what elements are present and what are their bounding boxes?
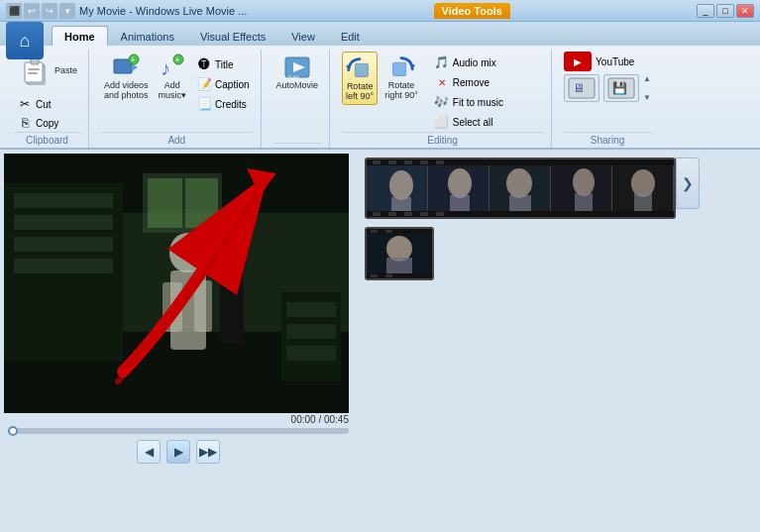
add-videos-icon: + [112,53,140,81]
youtube-label: YouTube [596,56,634,67]
sprocket-hole [388,160,396,164]
audio-mix-label: Audio mix [453,57,496,68]
clipboard-buttons: Paste ✂ Cut ⎘ Copy [14,50,80,132]
share-option-1[interactable]: 🖥 [564,74,599,102]
automovie-button[interactable]: Auto AutoMovie [273,52,322,93]
sprocket-hole [420,160,428,164]
film-frame-3[interactable] [489,165,551,211]
svg-text:♪: ♪ [161,57,170,79]
remove-icon: ✕ [434,74,450,90]
sharing-scroll[interactable]: ▲ ▼ [643,74,651,102]
arrow-overlay [4,154,349,413]
remove-label: Remove [453,77,489,88]
sprocket-hole [371,230,378,233]
svg-rect-18 [393,62,406,75]
select-all-button[interactable]: ⬜ Select all [431,113,506,131]
editing-label: Editing [342,132,543,148]
scrubber-handle[interactable] [8,426,18,436]
caption-label: Caption [215,79,249,90]
add-label: Add [101,132,253,148]
svg-point-55 [573,168,595,196]
sharing-group: YouTube 🖥 💾 ▲ ▼ Sharing [556,50,659,148]
home-icon: ⌂ [20,31,31,52]
preview-panel: 00:00 / 00:45 ◀ ▶ ▶▶ [0,150,357,532]
main-film-strip: ❯ [365,158,700,219]
title-button[interactable]: 🅣 Title [193,55,252,73]
svg-marker-17 [409,64,415,69]
tab-edit[interactable]: Edit [328,26,373,46]
film-strip-next-button[interactable]: ❯ [676,158,700,209]
film-frames [365,158,676,219]
scrubber[interactable] [4,426,353,436]
video-canvas [4,154,349,413]
rotate-right-icon [387,53,415,81]
add-music-button[interactable]: ♪+ Addmusic▾ [156,52,190,103]
sprocket-hole [404,160,412,164]
credits-button[interactable]: 📃 Credits [193,95,252,113]
cut-button[interactable]: ✂ Cut [14,95,61,113]
maximize-button[interactable]: □ [716,4,734,18]
fit-to-music-button[interactable]: 🎶 Fit to music [431,93,506,111]
film-frame-2[interactable] [428,165,489,211]
title-icon-1: ⬛ [6,3,22,19]
svg-point-52 [506,168,532,198]
film-strip-row: ❯ [365,158,752,219]
sprocket-hole [385,230,392,233]
title-bar-left: ⬛ ↩ ↪ ▾ My Movie - Windows Live Movie ..… [6,3,247,19]
forward-button[interactable]: ▶▶ [196,440,220,464]
automovie-buttons: Auto AutoMovie [273,50,322,143]
svg-marker-15 [346,65,352,70]
ribbon-content: Paste ✂ Cut ⎘ Copy Clipboard [0,46,760,148]
rotate-left-button[interactable]: Rotateleft 90° [342,52,378,105]
add-group: + Add videosand photos ♪+ Addmusic▾ 🅣 Ti… [93,50,262,148]
svg-point-46 [389,170,413,200]
clipboard-group: Paste ✂ Cut ⎘ Copy Clipboard [6,50,89,148]
rotate-right-button[interactable]: Rotateright 90° [381,52,421,103]
small-strip-row [365,227,752,280]
copy-button[interactable]: ⎘ Copy [14,114,61,132]
ribbon: ⌂ Home Animations Visual Effects View Ed… [0,22,760,150]
editing-group: Rotateleft 90° Rotateright 90° [334,50,552,148]
audio-mix-button[interactable]: 🎵 Audio mix [431,53,506,71]
tab-view[interactable]: View [278,26,328,46]
tab-home[interactable]: Home [52,26,108,46]
scrubber-bar[interactable] [8,428,349,434]
small-frame-1[interactable] [367,234,432,273]
sprocket-bottom [367,211,674,217]
minimize-button[interactable]: _ [697,4,714,18]
youtube-button[interactable] [564,52,592,71]
svg-text:+: + [131,56,135,63]
sprocket-hole [388,212,396,216]
film-frame-4[interactable] [551,165,612,211]
svg-text:💾: 💾 [612,80,627,95]
fit-to-music-icon: 🎶 [434,94,450,110]
add-videos-button[interactable]: + Add videosand photos [101,52,152,103]
sprocket-hole [371,274,378,277]
sharing-label: Sharing [564,132,651,148]
small-film-strip [365,227,434,280]
caption-button[interactable]: 📝 Caption [193,75,252,93]
svg-rect-4 [28,72,38,74]
title-label: Title [215,59,234,70]
share-option-2[interactable]: 💾 [603,74,639,102]
close-button[interactable]: ✕ [736,4,754,18]
svg-rect-56 [575,193,593,211]
add-music-label: Addmusic▾ [159,81,187,101]
film-frame-5[interactable] [612,165,674,211]
svg-rect-47 [391,197,411,211]
sprocket-hole [373,160,380,164]
rewind-button[interactable]: ◀ [137,440,161,464]
caption-icon: 📝 [196,76,212,92]
add-text-buttons: 🅣 Title 📝 Caption 📃 Credits [193,55,252,113]
film-frame-1[interactable] [367,165,428,211]
tab-visual-effects[interactable]: Visual Effects [187,26,278,46]
sprocket-hole [404,212,412,216]
tab-animations[interactable]: Animations [108,26,187,46]
automovie-label: AutoMovie [276,81,319,91]
play-button[interactable]: ▶ [166,440,190,464]
cut-label: Cut [36,99,52,110]
svg-point-58 [631,169,655,197]
video-tools-tab[interactable]: Video Tools [434,3,510,19]
remove-button[interactable]: ✕ Remove [431,73,506,91]
home-button[interactable]: ⌂ [6,22,44,59]
